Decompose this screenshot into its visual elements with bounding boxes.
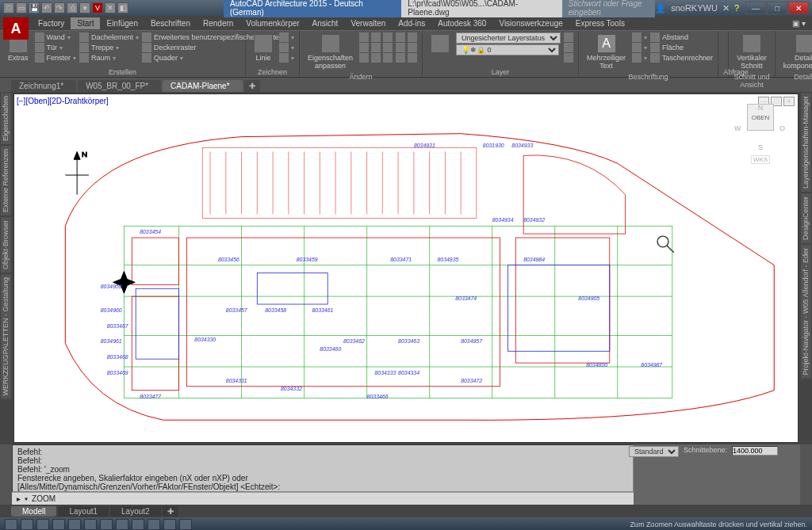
palette-externe-referenzen[interactable]: Externe Referenzen — [0, 145, 12, 216]
palette-designcenter[interactable]: DesignCenter — [800, 193, 812, 244]
qat-new-icon[interactable]: □ — [3, 2, 14, 13]
tab-ansicht[interactable]: Ansicht — [306, 17, 345, 29]
style-combo[interactable]: Standard — [629, 446, 679, 457]
sb-dyn-icon[interactable] — [116, 519, 128, 530]
signin-icon[interactable]: 👤 — [655, 3, 666, 13]
offset-icon[interactable] — [359, 53, 369, 63]
detail-button[interactable]: Detail- komponenten — [780, 32, 812, 72]
sb-trans-icon[interactable] — [147, 519, 160, 530]
layout-tab-modell[interactable]: Modell — [11, 506, 56, 517]
palette-werkzeugpaletten[interactable]: WERKZEUGPALETTEN - Gestaltung — [0, 273, 12, 399]
doctab-new[interactable]: ✚ — [244, 80, 260, 92]
fenster-button[interactable]: Fenster▾ — [35, 53, 77, 63]
tab-expresstools[interactable]: Express Tools — [569, 17, 631, 29]
qat-more-icon[interactable]: ▾ — [79, 2, 90, 13]
chamfer-icon[interactable] — [408, 32, 417, 42]
qat-open-icon[interactable]: ▭ — [16, 2, 27, 13]
qat-print-icon[interactable]: ⎙ — [67, 2, 78, 13]
tab-addins[interactable]: Add-ins — [392, 17, 431, 29]
panel-label-zeichnen[interactable]: Zeichnen — [251, 67, 294, 77]
join-icon[interactable] — [396, 53, 405, 63]
doctab-1[interactable]: W05_BR_00_FP* — [78, 80, 161, 92]
arc-icon[interactable] — [279, 32, 289, 42]
maximize-button[interactable]: □ — [767, 2, 787, 14]
layeroff-icon[interactable] — [564, 43, 573, 52]
panel-label-schnitt[interactable]: Schnitt und Ansicht — [733, 72, 770, 90]
vp-close-icon[interactable]: ✕ — [783, 97, 795, 106]
table-icon[interactable] — [632, 53, 642, 63]
palette-eigenschaften[interactable]: Eigenschaften — [0, 92, 12, 145]
panel-label-erstellen[interactable]: Erstellen — [5, 67, 240, 77]
doctab-0[interactable]: Zeichnung1* — [11, 80, 76, 92]
qat-redo-icon[interactable]: ↷ — [54, 2, 65, 13]
sb-qp-icon[interactable] — [163, 519, 176, 530]
fillet-icon[interactable] — [396, 32, 405, 42]
sb-polar-icon[interactable] — [68, 519, 81, 530]
sb-otrack-icon[interactable] — [100, 519, 113, 530]
sb-snap-icon[interactable] — [36, 519, 49, 530]
wks-label[interactable]: WKS — [751, 155, 770, 164]
stretch-icon[interactable] — [383, 53, 393, 63]
sb-model-icon[interactable] — [5, 519, 17, 530]
qat-v-icon[interactable]: V — [92, 2, 103, 13]
palette-layermanager[interactable]: Layereigenschaften-Manager — [800, 92, 812, 193]
tab-verwalten[interactable]: Verwalten — [344, 17, 392, 29]
help-search[interactable]: Stichwort oder Frage eingeben — [562, 0, 655, 17]
panel-label-layer[interactable]: Layer — [427, 67, 573, 77]
exchange-icon[interactable]: ✕ — [722, 3, 730, 13]
ribbon-collapse-icon[interactable]: ▣ ▾ — [786, 17, 812, 29]
sb-ortho-icon[interactable] — [52, 519, 65, 530]
command-input[interactable]: ▸ ▾ ZOOM — [12, 492, 634, 505]
doctab-2[interactable]: CADAM-Plaene* — [163, 80, 242, 92]
close-button[interactable]: ✕ — [788, 2, 809, 14]
palette-projekt-navigator[interactable]: Projekt-Navigator - W05 Allendorf - Eder — [800, 244, 812, 379]
sb-osnap-icon[interactable] — [84, 519, 97, 530]
tuer-button[interactable]: Tür▾ — [35, 43, 77, 52]
tab-autodesk360[interactable]: Autodesk 360 — [431, 17, 492, 29]
raum-button[interactable]: Raum▾ — [79, 53, 139, 63]
qat-undo-icon[interactable]: ↶ — [41, 2, 52, 13]
layout-tab-1[interactable]: Layout1 — [58, 506, 109, 517]
array-icon[interactable] — [371, 53, 381, 63]
text-button[interactable]: AMehrzeiliger Text — [584, 32, 629, 72]
rotate-icon[interactable] — [383, 32, 393, 42]
treppe-button[interactable]: Treppe▾ — [79, 43, 139, 52]
linie-button[interactable]: Linie — [251, 32, 276, 64]
panel-label-beschriftung[interactable]: Beschriftung — [584, 72, 713, 82]
sb-grid-icon[interactable] — [21, 519, 33, 530]
layer-combo[interactable]: 💡❄🔒 0 — [456, 44, 559, 55]
layeriso-icon[interactable] — [564, 32, 573, 42]
tab-beschriften[interactable]: Beschriften — [144, 17, 197, 29]
move-icon[interactable] — [359, 32, 369, 42]
app-menu-button[interactable]: A — [3, 17, 29, 40]
layerstate-combo[interactable]: Ungesicherter Layerstatus — [456, 32, 561, 44]
tab-start[interactable]: Start — [71, 17, 100, 29]
qat-y-icon[interactable]: ◧ — [117, 2, 128, 13]
help-icon[interactable]: ? — [734, 3, 739, 13]
qat-save-icon[interactable]: 💾 — [29, 2, 40, 13]
qat-x-icon[interactable]: ✕ — [105, 2, 116, 13]
tab-volumenkoerper[interactable]: Volumenkörper — [239, 17, 305, 29]
mirror-icon[interactable] — [359, 43, 369, 52]
sb-sc-icon[interactable] — [179, 519, 192, 530]
tab-rendern[interactable]: Rendern — [197, 17, 239, 29]
abstand-button[interactable]: Abstand — [650, 32, 713, 42]
layerfrz-icon[interactable] — [564, 53, 573, 63]
layout-tab-2[interactable]: Layout2 — [110, 506, 161, 517]
command-history[interactable]: Befehl: Befehl: Befehl: '_zoom Fensterec… — [12, 444, 634, 492]
tab-factory[interactable]: Factory — [32, 17, 71, 29]
trim-icon[interactable] — [371, 43, 381, 52]
taschenrechner-button[interactable]: Taschenrechner — [650, 53, 713, 63]
panel-label-aendern[interactable]: Ändern — [304, 72, 417, 82]
viewport-label[interactable]: [−][Oben][2D-Drahtkörper] — [17, 97, 109, 105]
scale-icon[interactable] — [396, 43, 405, 52]
tab-visionswerkzeuge[interactable]: Visionswerkzeuge — [492, 17, 569, 29]
dachelement-button[interactable]: Dachelement▾ — [79, 32, 139, 42]
layer-button[interactable] — [427, 32, 453, 55]
sb-lwt-icon[interactable] — [132, 519, 144, 530]
vertikaler-schnitt-button[interactable]: Vertikaler Schnitt — [733, 32, 770, 72]
user-name[interactable]: snoRKYWU — [671, 3, 718, 13]
dim-icon[interactable] — [632, 43, 642, 52]
flaeche-button[interactable]: Fläche — [650, 43, 713, 52]
layout-tab-add[interactable]: ✚ — [163, 506, 178, 517]
